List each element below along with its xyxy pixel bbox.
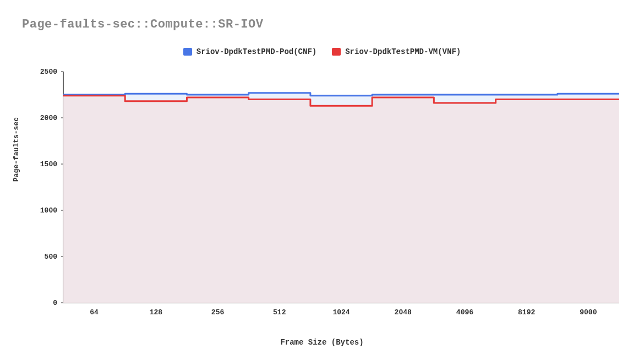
legend-label-cnf: Sriov-DpdkTestPMD-Pod(CNF) — [197, 47, 316, 56]
y-tick-label: 2500 — [40, 68, 57, 76]
chart-title: Page-faults-sec::Compute::SR-IOV — [22, 18, 263, 31]
y-tick-label: 500 — [45, 253, 57, 261]
x-axis-label: Frame Size (Bytes) — [0, 338, 644, 347]
legend: Sriov-DpdkTestPMD-Pod(CNF) Sriov-DpdkTes… — [0, 47, 644, 56]
x-tick-label: 8192 — [518, 308, 535, 317]
y-axis-label: Page-faults-sec — [12, 117, 20, 182]
legend-item-vnf: Sriov-DpdkTestPMD-VM(VNF) — [332, 47, 461, 56]
x-tick-label: 512 — [273, 308, 286, 317]
y-tick-label: 1000 — [40, 206, 57, 215]
plot-area — [63, 72, 619, 303]
y-tick-label: 2000 — [40, 114, 57, 122]
x-tick-label: 128 — [150, 308, 162, 317]
legend-swatch-cnf — [183, 48, 192, 56]
y-tick-label: 1500 — [40, 160, 57, 168]
x-tick-label: 4096 — [456, 308, 473, 317]
y-axis-ticks: 05001000150020002500 — [33, 72, 61, 303]
chart-svg — [63, 72, 619, 303]
x-axis-ticks: 6412825651210242048409681929000 — [63, 308, 619, 319]
x-tick-label: 256 — [211, 308, 224, 317]
y-tick-label: 0 — [53, 299, 57, 307]
x-tick-label: 2048 — [395, 308, 412, 317]
x-tick-label: 64 — [90, 308, 99, 317]
x-tick-label: 9000 — [580, 308, 597, 317]
legend-swatch-vnf — [332, 48, 341, 56]
x-tick-label: 1024 — [332, 308, 350, 317]
legend-label-vnf: Sriov-DpdkTestPMD-VM(VNF) — [345, 47, 461, 56]
legend-item-cnf: Sriov-DpdkTestPMD-Pod(CNF) — [183, 47, 316, 56]
